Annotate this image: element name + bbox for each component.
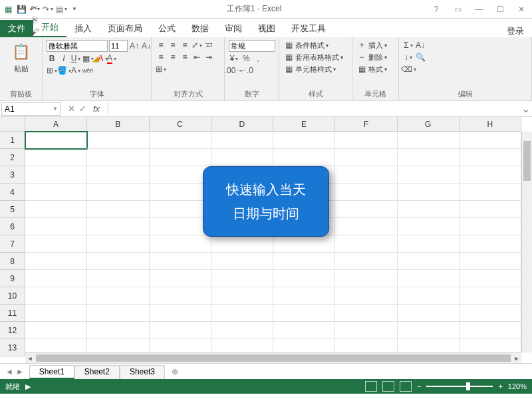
- cell[interactable]: [150, 235, 211, 253]
- help-icon[interactable]: ?: [428, 5, 444, 14]
- row-header[interactable]: 10: [0, 287, 25, 305]
- fill-icon[interactable]: 🪣: [59, 65, 69, 76]
- view-pagebreak-icon[interactable]: [400, 381, 412, 392]
- cell[interactable]: [150, 287, 211, 305]
- cell[interactable]: [398, 132, 460, 149]
- cell[interactable]: [87, 132, 149, 149]
- view-pagelayout-icon[interactable]: [382, 381, 394, 392]
- cell[interactable]: [460, 184, 521, 201]
- cell[interactable]: [150, 253, 211, 270]
- fx-icon[interactable]: fx: [90, 104, 102, 114]
- column-header[interactable]: A: [25, 117, 87, 132]
- cell[interactable]: [335, 270, 397, 287]
- cell[interactable]: [211, 287, 273, 305]
- column-header[interactable]: C: [150, 117, 211, 132]
- cell[interactable]: [25, 132, 87, 149]
- cell[interactable]: [335, 305, 397, 322]
- cell[interactable]: [273, 287, 335, 305]
- zoom-level[interactable]: 120%: [508, 382, 527, 390]
- cell[interactable]: [460, 270, 521, 287]
- cell[interactable]: [25, 235, 87, 253]
- merge-icon[interactable]: ⊞: [156, 64, 166, 74]
- maximize-icon[interactable]: ☐: [492, 5, 508, 14]
- number-format-input[interactable]: [229, 40, 275, 52]
- cell[interactable]: [150, 218, 211, 235]
- conditional-format-button[interactable]: ▦条件格式▾: [283, 40, 329, 51]
- cell[interactable]: [25, 166, 87, 184]
- cell[interactable]: [25, 270, 87, 287]
- insert-cells-button[interactable]: +插入▾: [356, 40, 387, 51]
- close-icon[interactable]: ✕: [513, 5, 529, 14]
- font-size-input[interactable]: [109, 40, 128, 52]
- tab-review[interactable]: 审阅: [217, 20, 250, 37]
- delete-cells-button[interactable]: −删除▾: [356, 52, 387, 63]
- cell[interactable]: [460, 235, 521, 253]
- tab-insert[interactable]: 插入: [66, 20, 100, 37]
- cell[interactable]: [335, 184, 397, 201]
- cell[interactable]: [460, 218, 521, 235]
- cell[interactable]: [273, 322, 335, 339]
- cell[interactable]: [335, 201, 397, 218]
- cell[interactable]: [150, 149, 211, 166]
- tab-developer[interactable]: 开发工具: [283, 20, 334, 37]
- cell[interactable]: [398, 149, 460, 166]
- cell[interactable]: [25, 253, 87, 270]
- row-header[interactable]: 9: [0, 270, 25, 287]
- ribbon-options-icon[interactable]: ▭: [450, 5, 466, 14]
- cell[interactable]: [211, 305, 273, 322]
- qat-customize-icon[interactable]: ▤: [56, 4, 66, 15]
- confirm-formula-icon[interactable]: ✓: [79, 104, 86, 114]
- cell[interactable]: [25, 218, 87, 235]
- cell[interactable]: [398, 201, 460, 218]
- cell[interactable]: [150, 166, 211, 184]
- row-header[interactable]: 5: [0, 201, 25, 218]
- cell[interactable]: [273, 253, 335, 270]
- zoom-slider[interactable]: [426, 386, 493, 387]
- row-header[interactable]: 4: [0, 184, 25, 201]
- currency-icon[interactable]: ¥: [229, 53, 239, 64]
- align-top-icon[interactable]: ≡: [156, 40, 166, 51]
- cell[interactable]: [460, 305, 521, 322]
- cell[interactable]: [335, 287, 397, 305]
- cells-area[interactable]: [25, 132, 521, 352]
- row-header[interactable]: 3: [0, 166, 25, 184]
- cell[interactable]: [87, 305, 149, 322]
- cell[interactable]: [25, 322, 87, 339]
- cell[interactable]: [398, 218, 460, 235]
- decrease-font-icon[interactable]: A↓: [141, 41, 152, 51]
- tab-file[interactable]: 文件: [0, 20, 33, 37]
- row-header[interactable]: 11: [0, 305, 25, 322]
- cell[interactable]: [398, 235, 460, 253]
- cell[interactable]: [398, 184, 460, 201]
- cell[interactable]: [335, 235, 397, 253]
- save-icon[interactable]: 💾: [16, 4, 27, 15]
- select-all-button[interactable]: [0, 117, 25, 132]
- cell[interactable]: [335, 132, 397, 149]
- clear-icon[interactable]: ⌫: [403, 64, 414, 74]
- column-header[interactable]: D: [211, 117, 273, 132]
- sort-filter-icon[interactable]: A↓: [415, 40, 426, 51]
- cell[interactable]: [335, 149, 397, 166]
- fill-down-icon[interactable]: ↓: [403, 52, 414, 63]
- cell[interactable]: [273, 270, 335, 287]
- cell[interactable]: [460, 322, 521, 339]
- cell[interactable]: [335, 322, 397, 339]
- bold-icon[interactable]: B: [47, 53, 57, 64]
- cell[interactable]: [211, 253, 273, 270]
- cell[interactable]: [150, 270, 211, 287]
- cell[interactable]: [87, 201, 149, 218]
- cell[interactable]: [25, 149, 87, 166]
- tab-data[interactable]: 数据: [184, 20, 217, 37]
- formula-expand-icon[interactable]: ⌄: [519, 102, 532, 115]
- cell[interactable]: [273, 235, 335, 253]
- cell[interactable]: [87, 270, 149, 287]
- macro-record-icon[interactable]: ▶: [25, 382, 31, 391]
- cell[interactable]: [460, 287, 521, 305]
- cell[interactable]: [25, 305, 87, 322]
- cell[interactable]: [398, 305, 460, 322]
- cell[interactable]: [150, 305, 211, 322]
- cell[interactable]: [87, 235, 149, 253]
- column-header[interactable]: H: [460, 117, 521, 132]
- increase-indent-icon[interactable]: ⇥: [203, 52, 214, 63]
- tab-formula[interactable]: 公式: [150, 20, 184, 37]
